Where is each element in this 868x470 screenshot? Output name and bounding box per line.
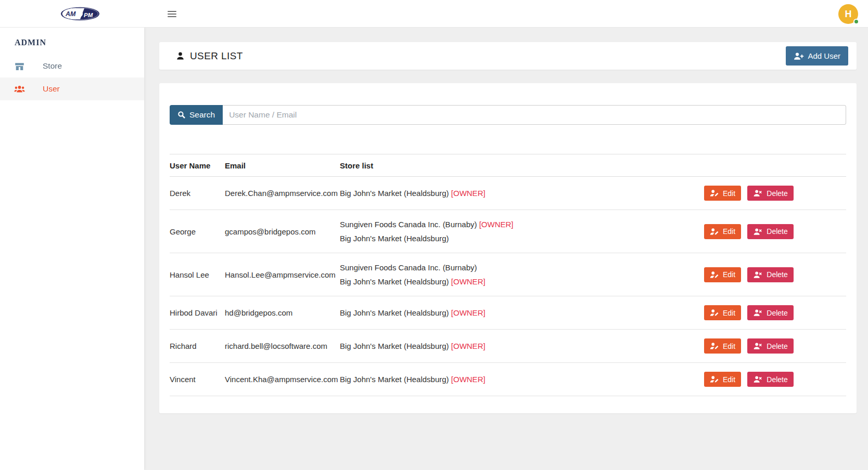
user-edit-icon: [710, 228, 719, 236]
user-email-cell: richard.bell@locsoftware.com: [225, 330, 340, 363]
users-icon: [14, 85, 25, 93]
delete-button-label: Delete: [767, 375, 787, 384]
actions-cell: Edit Delete: [704, 177, 846, 210]
user-table: User Name Email Store list Derek Derek.C…: [170, 154, 846, 396]
delete-button-label: Delete: [767, 309, 787, 317]
edit-button-label: Edit: [723, 189, 735, 198]
edit-button-label: Edit: [723, 375, 735, 384]
user-avatar[interactable]: H: [838, 4, 858, 24]
table-row: Richard richard.bell@locsoftware.com Big…: [170, 330, 846, 363]
delete-user-button[interactable]: Delete: [747, 305, 793, 320]
user-delete-icon: [753, 189, 763, 197]
sidebar-heading: ADMIN: [0, 28, 144, 55]
delete-user-button[interactable]: Delete: [747, 372, 793, 387]
user-edit-icon: [710, 271, 719, 279]
delete-button-label: Delete: [767, 189, 787, 198]
store-line: Sungiven Foods Canada Inc. (Burnaby): [340, 262, 700, 273]
sidebar-item-store[interactable]: Store: [0, 55, 144, 77]
delete-button-label: Delete: [767, 270, 787, 279]
col-user-name: User Name: [170, 154, 225, 177]
hamburger-menu-button[interactable]: [168, 8, 180, 20]
store-list-cell: Big John's Market (Healdsburg) [OWNER]: [340, 330, 704, 363]
edit-button-label: Edit: [723, 227, 735, 236]
edit-user-button[interactable]: Edit: [704, 224, 741, 239]
sidebar-item-label: Store: [43, 61, 62, 71]
store-list-cell: Sungiven Foods Canada Inc. (Burnaby) [OW…: [340, 210, 704, 253]
user-plus-icon: [794, 52, 804, 60]
delete-user-button[interactable]: Delete: [747, 267, 793, 282]
add-user-label: Add User: [808, 51, 840, 60]
svg-text:AM: AM: [65, 10, 76, 18]
user-name-cell: Vincent: [170, 363, 225, 396]
main-content: USER LIST Add User S: [144, 0, 868, 413]
user-email-cell: hd@bridgepos.com: [225, 296, 340, 330]
page-title-label: USER LIST: [190, 50, 243, 62]
table-row: Derek Derek.Chan@ampmservice.com Big Joh…: [170, 177, 846, 210]
edit-user-button[interactable]: Edit: [704, 305, 741, 320]
search-input[interactable]: [223, 105, 846, 125]
user-edit-icon: [710, 375, 719, 383]
user-name-cell: Hansol Lee: [170, 253, 225, 296]
delete-user-button[interactable]: Delete: [747, 224, 793, 239]
actions-cell: Edit Delete: [704, 296, 846, 330]
col-store-list: Store list: [340, 154, 704, 177]
sidebar-item-label: User: [43, 84, 60, 94]
store-line: Sungiven Foods Canada Inc. (Burnaby) [OW…: [340, 219, 700, 230]
delete-user-button[interactable]: Delete: [747, 338, 793, 354]
edit-button-label: Edit: [723, 270, 735, 279]
user-delete-icon: [753, 375, 763, 383]
user-delete-icon: [753, 309, 763, 317]
actions-cell: Edit Delete: [704, 253, 846, 296]
search-button[interactable]: Search: [170, 105, 223, 125]
store-list-cell: Big John's Market (Healdsburg) [OWNER]: [340, 177, 704, 210]
store-icon: [14, 62, 25, 71]
delete-user-button[interactable]: Delete: [747, 186, 793, 201]
user-name-cell: Derek: [170, 177, 225, 210]
person-icon: [176, 51, 185, 60]
store-line: Big John's Market (Healdsburg) [OWNER]: [340, 341, 700, 351]
user-edit-icon: [710, 309, 719, 317]
store-list-cell: Big John's Market (Healdsburg) [OWNER]: [340, 363, 704, 396]
ampm-logo: AM PM: [60, 7, 100, 23]
col-email: Email: [225, 154, 340, 177]
page-title: USER LIST: [176, 50, 243, 62]
user-email-cell: Derek.Chan@ampmservice.com: [225, 177, 340, 210]
edit-user-button[interactable]: Edit: [704, 338, 741, 354]
table-row: Hirbod Davari hd@bridgepos.com Big John'…: [170, 296, 846, 330]
user-email-cell: Hansol.Lee@ampmservice.com: [225, 253, 340, 296]
store-list-cell: Big John's Market (Healdsburg) [OWNER]: [340, 296, 704, 330]
table-header-row: User Name Email Store list: [170, 154, 846, 177]
store-line: Big John's Market (Healdsburg) [OWNER]: [340, 307, 700, 318]
store-line: Big John's Market (Healdsburg) [OWNER]: [340, 374, 700, 385]
user-delete-icon: [753, 271, 763, 279]
store-line: Big John's Market (Healdsburg) [OWNER]: [340, 276, 700, 287]
page-title-card: USER LIST Add User: [159, 42, 857, 70]
add-user-button[interactable]: Add User: [786, 46, 848, 66]
col-actions: [704, 154, 846, 177]
search-icon: [177, 111, 186, 119]
edit-user-button[interactable]: Edit: [704, 267, 741, 282]
edit-user-button[interactable]: Edit: [704, 186, 741, 201]
owner-tag: [OWNER]: [451, 277, 486, 286]
edit-button-label: Edit: [723, 309, 735, 317]
avatar-initial: H: [845, 9, 852, 20]
search-bar: Search: [170, 105, 846, 125]
svg-text:PM: PM: [84, 12, 93, 18]
owner-tag: [OWNER]: [451, 308, 486, 317]
table-row: Vincent Vincent.Kha@ampmservice.com Big …: [170, 363, 846, 396]
user-email-cell: gcampos@bridgepos.com: [225, 210, 340, 253]
user-name-cell: Richard: [170, 330, 225, 363]
store-line: Big John's Market (Healdsburg): [340, 233, 700, 244]
store-line: Big John's Market (Healdsburg) [OWNER]: [340, 188, 700, 199]
delete-button-label: Delete: [767, 227, 787, 236]
owner-tag: [OWNER]: [451, 189, 486, 198]
user-edit-icon: [710, 189, 719, 197]
delete-button-label: Delete: [767, 342, 787, 350]
edit-user-button[interactable]: Edit: [704, 372, 741, 387]
user-list-card: Search User Name Email Store list Derek …: [159, 83, 857, 413]
user-delete-icon: [753, 342, 763, 350]
actions-cell: Edit Delete: [704, 363, 846, 396]
ampm-logo-icon: AM PM: [60, 7, 100, 21]
owner-tag: [OWNER]: [479, 220, 514, 229]
sidebar-item-user[interactable]: User: [0, 77, 144, 100]
